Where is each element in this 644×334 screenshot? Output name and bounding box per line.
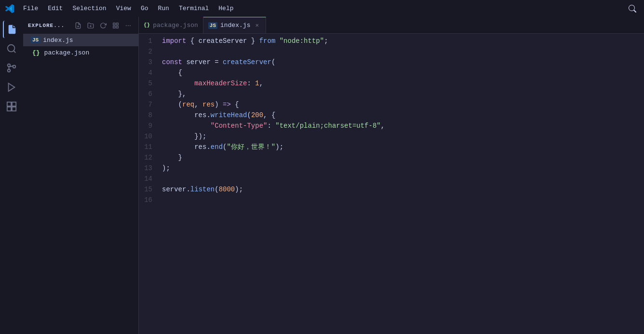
token-closeparen15: ); — [235, 184, 243, 195]
token-maxheadersize: maxHeaderSize — [194, 78, 247, 89]
json-file-icon: {} — [31, 49, 41, 57]
sidebar-filename-packagejson: package.json — [44, 49, 90, 56]
menu-help[interactable]: Help — [215, 3, 237, 14]
token-dot11: . — [206, 142, 210, 152]
tab-packagejson-icon: {} — [144, 22, 150, 28]
sidebar-filename-indexjs: index.js — [43, 37, 73, 44]
code-line-13: ); — [162, 163, 644, 174]
code-line-14 — [162, 174, 644, 184]
token-dot15: . — [186, 184, 190, 195]
token-content-type-key: "Content-Type" — [211, 120, 268, 131]
code-editor[interactable]: 1 2 3 4 5 6 7 8 9 10 11 12 13 14 15 16 — [139, 34, 644, 334]
code-line-3: const server = createServer ( — [162, 57, 644, 67]
token-openparen15: ( — [215, 184, 218, 195]
token-indent4: { — [162, 67, 182, 78]
menu-run[interactable]: Run — [154, 3, 173, 14]
tab-packagejson[interactable]: {} package.json — [139, 17, 203, 33]
token-space1: { — [186, 36, 198, 46]
token-req: req — [182, 99, 194, 110]
token-indent11 — [162, 142, 194, 152]
code-line-4: { — [162, 67, 644, 78]
activity-explorer[interactable] — [3, 21, 20, 38]
tab-indexjs[interactable]: JS index.js ✕ — [203, 17, 267, 33]
menu-bar: File Edit Selection View Go Run Terminal… — [19, 3, 238, 14]
svg-point-20 — [130, 25, 131, 26]
activity-debug[interactable] — [3, 79, 20, 96]
line-num-6: 6 — [139, 89, 156, 99]
token-content-type-val: "text/plain;charset=utf-8" — [275, 120, 380, 131]
token-server15: server — [162, 184, 186, 195]
token-closebrace10: }); — [162, 131, 206, 142]
token-closeparen11: ); — [275, 142, 283, 152]
svg-rect-7 — [12, 102, 16, 106]
token-indent5 — [162, 78, 194, 89]
new-folder-button[interactable] — [85, 20, 96, 31]
token-end: end — [211, 142, 223, 152]
new-file-button[interactable] — [73, 20, 83, 31]
sidebar-actions — [73, 20, 134, 31]
activity-search[interactable] — [3, 40, 20, 57]
token-createserver: createServer — [199, 36, 247, 46]
line-num-2: 2 — [139, 46, 156, 57]
svg-rect-8 — [7, 107, 11, 111]
token-closeparen13: ); — [162, 163, 170, 174]
tab-close-button[interactable]: ✕ — [253, 22, 261, 29]
token-indent7: ( — [162, 99, 182, 110]
line-num-11: 11 — [139, 142, 156, 152]
line-num-5: 5 — [139, 78, 156, 89]
menu-terminal[interactable]: Terminal — [175, 3, 213, 14]
activity-extensions[interactable] — [3, 98, 20, 115]
token-space2: } — [247, 36, 259, 46]
token-space3 — [275, 36, 279, 46]
token-8000: 8000 — [219, 184, 235, 195]
line-num-9: 9 — [139, 120, 156, 131]
token-indent9 — [162, 120, 211, 131]
refresh-button[interactable] — [98, 20, 108, 31]
titlebar: File Edit Selection View Go Run Terminal… — [0, 0, 644, 17]
code-line-10: }); — [162, 131, 644, 142]
line-num-3: 3 — [139, 57, 156, 67]
collapse-button[interactable] — [110, 20, 121, 31]
sidebar-title: EXPLORE... — [28, 23, 65, 28]
svg-rect-14 — [113, 23, 115, 25]
token-arrow: => — [223, 99, 231, 110]
line-num-15: 15 — [139, 184, 156, 195]
line-num-1: 1 — [139, 36, 156, 46]
activity-bar — [0, 17, 23, 334]
svg-rect-17 — [116, 26, 118, 28]
menu-edit[interactable]: Edit — [44, 3, 67, 14]
token-openparen11: ( — [223, 142, 227, 152]
more-actions-button[interactable] — [123, 20, 134, 31]
token-closeparen7: ) — [215, 99, 223, 110]
token-closebrace6: }, — [162, 89, 186, 99]
js-file-icon: JS — [31, 37, 40, 43]
line-num-8: 8 — [139, 110, 156, 120]
code-line-9: "Content-Type" : "text/plain;charset=utf… — [162, 120, 644, 131]
menu-go[interactable]: Go — [137, 3, 152, 14]
sidebar-file-indexjs[interactable]: JS index.js — [23, 34, 138, 46]
svg-rect-16 — [113, 26, 115, 28]
token-import: import — [162, 36, 186, 46]
line-num-14: 14 — [139, 174, 156, 184]
global-search-icon[interactable] — [626, 2, 639, 15]
code-line-2 — [162, 46, 644, 57]
vscode-logo-icon — [5, 4, 14, 13]
token-openparen8: ( — [247, 110, 251, 120]
menu-file[interactable]: File — [19, 3, 42, 14]
svg-point-3 — [8, 69, 11, 72]
code-line-5: maxHeaderSize : 1 , — [162, 78, 644, 89]
token-comma9: , — [381, 120, 385, 131]
token-200: 200 — [251, 110, 263, 120]
token-closebrace12: } — [162, 152, 182, 163]
sidebar-file-packagejson[interactable]: {} package.json — [23, 46, 138, 59]
menu-selection[interactable]: Selection — [68, 3, 110, 14]
token-const: const — [162, 57, 182, 67]
line-num-10: 10 — [139, 131, 156, 142]
token-nodehttp: "node:http" — [280, 36, 324, 46]
line-num-13: 13 — [139, 163, 156, 174]
activity-source-control[interactable] — [3, 59, 20, 77]
menu-view[interactable]: View — [112, 3, 135, 14]
code-line-1: import { createServer } from "node:http"… — [162, 36, 644, 46]
token-res8: res — [194, 110, 206, 120]
tab-indexjs-icon: JS — [208, 22, 217, 29]
